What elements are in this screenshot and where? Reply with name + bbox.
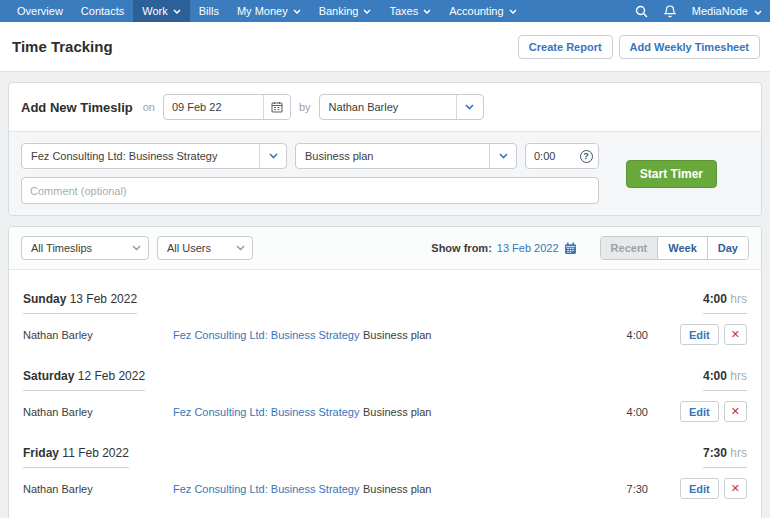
nav-label: Taxes <box>389 5 418 17</box>
nav-item-work[interactable]: Work <box>133 0 189 22</box>
chevron-down-icon <box>754 5 762 17</box>
account-name: MediaNode <box>692 5 748 17</box>
view-week-button[interactable]: Week <box>657 237 707 259</box>
hrs-label: hrs <box>730 369 747 383</box>
day-section: Thursday 10 Feb 2022Tomorrow 7:30 hrs Na… <box>23 505 747 518</box>
date-field <box>163 94 291 120</box>
delete-button[interactable]: ✕ <box>724 324 747 345</box>
user-select-value: Nathan Barley <box>320 95 456 119</box>
day-name: Friday <box>23 446 59 460</box>
user-select[interactable]: Nathan Barley <box>319 94 484 120</box>
chevron-down-icon <box>293 9 301 14</box>
timeslip-user: Nathan Barley <box>23 329 173 341</box>
timeslip-task: Business plan <box>363 329 568 341</box>
project-select-value: Fez Consulting Ltd: Business Strategy <box>22 144 259 168</box>
nav-item-taxes[interactable]: Taxes <box>380 0 440 22</box>
timeslip-project-link[interactable]: Fez Consulting Ltd: Business Strategy <box>173 329 363 341</box>
day-header: Saturday 12 Feb 2022 4:00 hrs <box>23 369 747 391</box>
timeslip-time: 4:00 <box>568 406 648 418</box>
hrs-label: hrs <box>730 292 747 306</box>
start-timer-button[interactable]: Start Timer <box>626 160 717 188</box>
top-nav: Overview Contacts Work Bills My Money Ba… <box>0 0 770 22</box>
day-date: 13 Feb 2022 <box>70 292 137 306</box>
delete-button[interactable]: ✕ <box>724 478 747 499</box>
timeslip-filter-value: All Timeslips <box>22 237 124 259</box>
edit-button[interactable]: Edit <box>680 478 719 499</box>
day-section: Sunday 13 Feb 2022 4:00 hrs Nathan Barle… <box>23 274 747 351</box>
add-timeslip-title: Add New Timeslip <box>21 100 133 115</box>
chevron-down-icon <box>124 237 148 259</box>
project-select[interactable]: Fez Consulting Ltd: Business Strategy <box>21 143 287 169</box>
nav-item-contacts[interactable]: Contacts <box>72 0 133 22</box>
day-date: 11 Feb 2022 <box>62 446 129 460</box>
timeslip-task: Business plan <box>363 483 568 495</box>
calendar-icon[interactable] <box>263 95 290 119</box>
day-name: Saturday <box>23 369 74 383</box>
nav-item-accounting[interactable]: Accounting <box>440 0 525 22</box>
nav-label: Bills <box>199 5 219 17</box>
nav-item-bills[interactable]: Bills <box>190 0 228 22</box>
show-from-group: Show from: 13 Feb 2022 Recent Week Day <box>431 236 749 260</box>
delete-button[interactable]: ✕ <box>724 401 747 422</box>
timeslip-user: Nathan Barley <box>23 483 173 495</box>
user-filter-select[interactable]: All Users <box>157 236 253 260</box>
nav-label: Overview <box>17 5 63 17</box>
chevron-down-icon <box>423 9 431 14</box>
search-icon[interactable] <box>635 5 648 18</box>
day-total: 4:00 <box>703 369 727 383</box>
view-recent-button[interactable]: Recent <box>601 237 658 259</box>
add-timeslip-detail-row: Fez Consulting Ltd: Business Strategy Bu… <box>9 131 761 215</box>
day-section: Saturday 12 Feb 2022 4:00 hrs Nathan Bar… <box>23 351 747 428</box>
nav-menu: Overview Contacts Work Bills My Money Ba… <box>8 0 526 22</box>
day-header: Sunday 13 Feb 2022 4:00 hrs <box>23 292 747 314</box>
page-title: Time Tracking <box>12 38 113 55</box>
timeslip-project-link[interactable]: Fez Consulting Ltd: Business Strategy <box>173 406 363 418</box>
nav-label: Contacts <box>81 5 124 17</box>
view-toggle-group: Recent Week Day <box>600 236 749 260</box>
time-field: ? <box>525 143 599 169</box>
task-select[interactable]: Business plan <box>295 143 517 169</box>
day-date: 12 Feb 2022 <box>78 369 145 383</box>
time-input[interactable] <box>526 144 574 168</box>
task-select-value: Business plan <box>296 144 489 168</box>
timeslip-filter-select[interactable]: All Timeslips <box>21 236 149 260</box>
user-filter-value: All Users <box>158 237 228 259</box>
timeslip-list-card: All Timeslips All Users Show from: 13 Fe… <box>8 226 762 518</box>
timeslip-task: Business plan <box>363 406 568 418</box>
timeslip-user: Nathan Barley <box>23 406 173 418</box>
add-timeslip-card: Add New Timeslip on by Nathan Barley Fez… <box>8 82 762 216</box>
add-weekly-timesheet-button[interactable]: Add Weekly Timesheet <box>619 35 760 59</box>
view-day-button[interactable]: Day <box>707 237 748 259</box>
day-section: Friday 11 Feb 2022 7:30 hrs Nathan Barle… <box>23 428 747 505</box>
comment-field <box>21 177 599 204</box>
bell-icon[interactable] <box>664 5 676 18</box>
account-menu[interactable]: MediaNode <box>692 5 762 17</box>
calendar-icon[interactable] <box>564 242 577 255</box>
timeslip-project-link[interactable]: Fez Consulting Ltd: Business Strategy <box>173 483 363 495</box>
nav-item-overview[interactable]: Overview <box>8 0 72 22</box>
edit-button[interactable]: Edit <box>680 401 719 422</box>
show-from-date-link[interactable]: 13 Feb 2022 <box>497 242 559 254</box>
create-report-button[interactable]: Create Report <box>518 35 613 59</box>
timeslip-fields: Fez Consulting Ltd: Business Strategy Bu… <box>21 143 599 204</box>
timeslip-row: Nathan Barley Fez Consulting Ltd: Busine… <box>23 391 747 428</box>
on-label: on <box>143 101 155 113</box>
chevron-down-icon <box>363 9 371 14</box>
timeslip-row: Nathan Barley Fez Consulting Ltd: Busine… <box>23 468 747 505</box>
comment-input[interactable] <box>22 178 598 203</box>
nav-label: Accounting <box>449 5 503 17</box>
day-total: 7:30 <box>703 446 727 460</box>
nav-item-banking[interactable]: Banking <box>310 0 381 22</box>
date-input[interactable] <box>164 95 263 119</box>
edit-button[interactable]: Edit <box>680 324 719 345</box>
day-total: 4:00 <box>703 292 727 306</box>
header-actions: Create Report Add Weekly Timesheet <box>518 35 760 59</box>
timeslip-time: 4:00 <box>568 329 648 341</box>
page-header: Time Tracking Create Report Add Weekly T… <box>0 22 770 72</box>
help-icon[interactable]: ? <box>574 144 598 168</box>
timeslip-row: Nathan Barley Fez Consulting Ltd: Busine… <box>23 314 747 351</box>
nav-item-my-money[interactable]: My Money <box>228 0 310 22</box>
chevron-down-icon <box>228 237 252 259</box>
timeslip-select-line: Fez Consulting Ltd: Business Strategy Bu… <box>21 143 599 169</box>
nav-label: Banking <box>319 5 359 17</box>
